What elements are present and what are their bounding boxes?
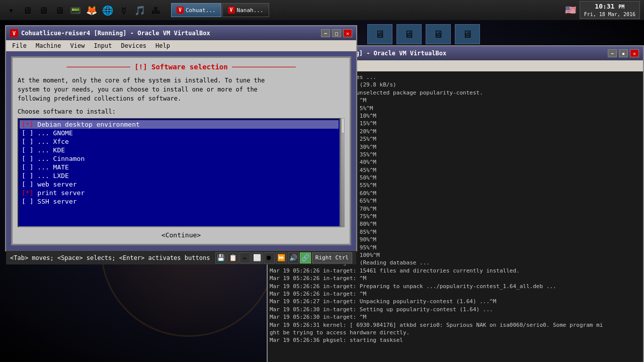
scrollbar[interactable]: [341, 118, 345, 227]
software-item-cinnamon[interactable]: [ ] ... Cinnamon: [20, 154, 339, 163]
software-list[interactable]: [*] Debian desktop environment [ ] ... G…: [18, 118, 341, 227]
taskbar-right: 🇺🇸 10:31 PM Fri, 18 Mar, 2016: [564, 1, 644, 19]
dialog-title: ─────────────── [!] Software selection ─…: [18, 63, 345, 71]
ampm-display: PM: [618, 4, 624, 10]
cohu-menubar: File Machine View Input Devices Help: [6, 40, 356, 51]
cohu-right-ctrl[interactable]: Right Ctrl: [312, 252, 352, 263]
cohu-bottom-icons: 💾 📋 ✏ ⬜ ⏺ ⏩ 🔊 🔗 Right Ctrl: [215, 252, 352, 263]
taskbar-top: ▾ 🖥 🖥 🖥 📟 🦊 🌐 ☿ 🎵 🖧 V Cohuat... V Nanah.…: [0, 0, 644, 20]
taskbar-apps: ▾ 🖥 🖥 🖥 📟 🦊 🌐 ☿ 🎵 🖧: [0, 3, 167, 17]
software-item-mate[interactable]: [ ] ... MATE: [20, 163, 339, 171]
cohu-status-bar: <Tab> moves; <Space> selects; <Enter> ac…: [6, 250, 356, 264]
nana-log-line-31: Mar 19 05:26:30 in-target: Setting up po…: [270, 306, 641, 313]
nana-restore-btn[interactable]: ▪: [619, 49, 628, 57]
software-item-sshserver[interactable]: [ ] SSH server: [20, 197, 339, 206]
cohu-vm-window: V Cohuatlicue-reiser4 [Running] - Oracle…: [5, 25, 357, 251]
cohu-window-icon: V: [10, 29, 18, 37]
cohu-close-btn[interactable]: ✕: [343, 29, 352, 37]
dialog-title-text: [!] Software selection: [134, 63, 227, 71]
time-display: 10:31: [595, 3, 614, 10]
nana-log-line-33: Mar 19 05:26:31 kernel: [ 6930.984176] a…: [270, 321, 641, 329]
nana-log-line-26: Mar 19 05:26:26 in-target: 15461 files a…: [270, 267, 641, 275]
desktop-icon-2[interactable]: 🖥: [396, 24, 422, 44]
software-item-gnome[interactable]: [ ] ... GNOME: [20, 129, 339, 137]
monitor-icon-3[interactable]: 🖥: [52, 3, 66, 17]
cohu-icon-1[interactable]: 💾: [215, 252, 226, 263]
taskbar-vm-section: V Cohuat... V Nanah...: [171, 3, 269, 17]
cohu-titlebar: V Cohuatlicue-reiser4 [Running] - Oracle…: [6, 26, 356, 40]
software-item-printserver[interactable]: [*] print server: [20, 189, 339, 197]
nana-minimize-btn[interactable]: −: [608, 49, 617, 57]
dialog-line3: following predefined collections of soft…: [18, 95, 181, 102]
desktop-icon-1[interactable]: 🖥: [367, 24, 392, 44]
nana-taskbar-icon: V: [228, 7, 235, 14]
flag-icon[interactable]: 🇺🇸: [564, 3, 578, 17]
continue-button[interactable]: <Continue>: [18, 231, 345, 239]
nana-log-line-29: Mar 19 05:26:26 in-target: ^M: [270, 290, 641, 298]
cohu-menu-help[interactable]: Help: [151, 41, 174, 50]
nana-log-line-34: ght be trying to access hardware directl…: [270, 329, 641, 336]
software-item-kde[interactable]: [ ] ... KDE: [20, 146, 339, 154]
software-item-debian[interactable]: [*] Debian desktop environment: [20, 120, 339, 129]
nana-log-line-35: Mar 19 05:26:36 pkgsel: starting tasksel: [270, 336, 641, 344]
software-item-webserver[interactable]: [ ] web server: [20, 180, 339, 189]
cohu-menu-machine[interactable]: Machine: [32, 41, 65, 50]
nana-log-line-27: Mar 19 05:26:26 in-target: ^M: [270, 275, 641, 282]
clock-date: Fri, 18 Mar, 2016: [584, 11, 635, 18]
network-icon[interactable]: 🖧: [149, 3, 163, 17]
cohu-window-controls: − □ ✕: [321, 29, 352, 37]
monitor-icon-2[interactable]: 🖥: [36, 3, 50, 17]
nana-log-line-30: Mar 19 05:26:27 in-target: Unpacking pop…: [270, 298, 641, 305]
monitor-icon-1[interactable]: 🖥: [20, 3, 34, 17]
nana-taskbar-label: Nanah...: [237, 7, 264, 14]
desktop-icon-4[interactable]: 🖥: [455, 24, 480, 44]
app-menu-icon[interactable]: ▾: [4, 3, 18, 17]
software-item-xfce[interactable]: [ ] ... Xfce: [20, 137, 339, 146]
dialog-line2: system to your needs, you can choose to …: [18, 86, 258, 93]
cohu-menu-view[interactable]: View: [66, 41, 89, 50]
desktop: ▾ 🖥 🖥 🖥 📟 🦊 🌐 ☿ 🎵 🖧 V Cohuat... V Nanah.…: [0, 0, 644, 362]
clock-time: 10:31 PM: [584, 3, 635, 11]
software-item-lxde[interactable]: [ ] ... LXDE: [20, 171, 339, 180]
cohu-menu-devices[interactable]: Devices: [117, 41, 151, 50]
mail-icon[interactable]: ☿: [117, 3, 131, 17]
cohu-icon-6[interactable]: ⏩: [276, 252, 287, 263]
scrollbar-thumb[interactable]: [341, 118, 345, 133]
cohu-icon-8[interactable]: 🔗: [300, 252, 311, 263]
cohu-minimize-btn[interactable]: −: [321, 29, 330, 37]
clock-widget: 10:31 PM Fri, 18 Mar, 2016: [580, 1, 640, 19]
firefox-icon[interactable]: 🦊: [85, 3, 99, 17]
cohu-right-ctrl-label: Right Ctrl: [315, 254, 349, 261]
cohu-icon-2[interactable]: 📋: [227, 252, 238, 263]
desktop-icon-3[interactable]: 🖥: [426, 24, 451, 44]
cohu-maximize-btn[interactable]: □: [332, 29, 341, 37]
cohu-menu-input[interactable]: Input: [90, 41, 116, 50]
nana-close-btn[interactable]: ✕: [630, 49, 639, 57]
nana-window-controls: − ▪ ✕: [608, 49, 639, 57]
cohu-icon-5[interactable]: ⏺: [264, 252, 275, 263]
desktop-icon-row: 🖥 🖥 🖥 🖥: [367, 24, 480, 44]
nana-taskbar-btn[interactable]: V Nanah...: [222, 3, 269, 17]
choose-label: Choose software to install:: [18, 108, 345, 115]
nana-log-line-32: Mar 19 05:26:30 in-target: ^M: [270, 313, 641, 321]
cohu-taskbar-icon: V: [177, 7, 184, 14]
software-selection-dialog: ─────────────── [!] Software selection ─…: [11, 56, 351, 245]
cohu-icon-7[interactable]: 🔊: [288, 252, 299, 263]
continue-btn-label: <Continue>: [162, 231, 201, 239]
cohu-window-title: Cohuatlicue-reiser4 [Running] - Oracle V…: [21, 30, 321, 37]
cohu-vm-content: ─────────────── [!] Software selection ─…: [6, 51, 356, 250]
cohu-status-text: <Tab> moves; <Space> selects; <Enter> ac…: [10, 254, 210, 261]
dialog-description: At the moment, only the core of the syst…: [18, 76, 345, 103]
cohu-icon-4[interactable]: ⬜: [252, 252, 263, 263]
software-list-container: [*] Debian desktop environment [ ] ... G…: [18, 118, 345, 227]
browser-icon[interactable]: 🌐: [101, 3, 115, 17]
cohu-taskbar-btn[interactable]: V Cohuat...: [171, 3, 221, 17]
cohu-taskbar-label: Cohuat...: [186, 7, 216, 14]
nana-log-line-28: Mar 19 05:26:26 in-target: Preparing to …: [270, 283, 641, 290]
cohu-icon-3[interactable]: ✏: [239, 252, 251, 263]
music-icon[interactable]: 🎵: [133, 3, 147, 17]
dialog-line1: At the moment, only the core of the syst…: [18, 77, 265, 84]
cohu-menu-file[interactable]: File: [8, 41, 31, 50]
terminal-icon[interactable]: 📟: [68, 3, 83, 17]
